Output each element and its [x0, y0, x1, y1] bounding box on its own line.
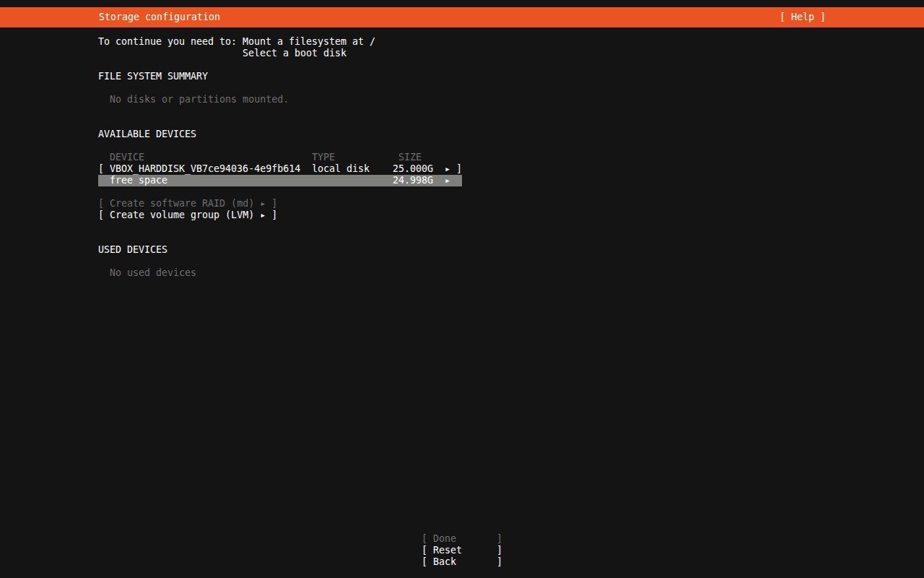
column-header-size: SIZE: [398, 152, 422, 163]
create-volume-group-button[interactable]: [ Create volume group (LVM) ▸ ]: [98, 210, 277, 221]
help-button[interactable]: [ Help ]: [780, 12, 826, 23]
device-type: local disk: [312, 163, 370, 175]
device-size: 24.998G: [393, 175, 433, 186]
used-devices-heading: USED DEVICES: [98, 244, 167, 256]
bracket-close: ]: [456, 163, 462, 175]
back-button[interactable]: [ Back ]: [422, 556, 502, 568]
device-size: 25.000G: [393, 163, 433, 175]
create-software-raid-button[interactable]: [ Create software RAID (md) ▸ ]: [98, 198, 277, 210]
used-devices-empty-message: No used devices: [110, 267, 196, 279]
file-system-summary-heading: FILE SYSTEM SUMMARY: [98, 71, 208, 82]
device-row-free-space[interactable]: free space 24.998G ▸: [98, 175, 462, 186]
expand-arrow-icon: ▸: [445, 163, 450, 175]
available-devices-heading: AVAILABLE DEVICES: [98, 129, 196, 140]
title-bar: Storage configuration [ Help ]: [0, 7, 924, 27]
file-system-summary-empty-message: No disks or partitions mounted.: [110, 94, 289, 105]
notice-requirement-boot-disk: Select a boot disk: [243, 48, 346, 59]
page-title: Storage configuration: [99, 12, 220, 23]
storage-configuration-screen: Storage configuration [ Help ] To contin…: [0, 0, 924, 578]
column-header-type: TYPE: [312, 152, 335, 163]
notice-requirement-mount: Mount a filesystem at /: [243, 36, 375, 48]
notice-label: To continue you need to:: [98, 36, 237, 48]
reset-button[interactable]: [ Reset ]: [422, 545, 502, 556]
expand-arrow-icon: ▸: [445, 175, 450, 186]
device-name: VBOX_HARDDISK_VB7ce94036-4e9fb614: [110, 163, 300, 175]
done-button[interactable]: [ Done ]: [422, 533, 502, 545]
bracket-open: [: [98, 163, 104, 175]
device-name: free space: [110, 175, 167, 186]
column-header-device: DEVICE: [110, 152, 144, 163]
